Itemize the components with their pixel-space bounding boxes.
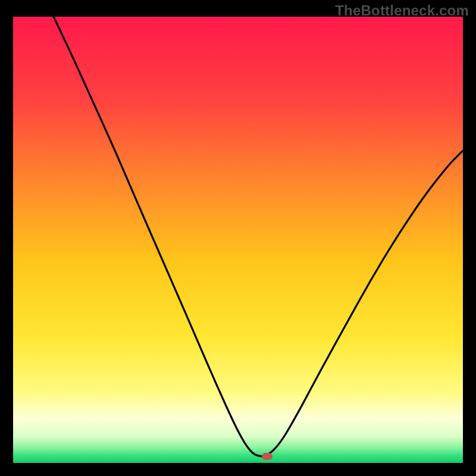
curve-layer [13,17,463,463]
bottleneck-curve [54,17,463,456]
watermark-text: TheBottleneck.com [335,2,469,19]
plot-area [13,17,463,463]
chart-container: TheBottleneck.com [0,0,476,476]
optimum-marker [262,453,273,460]
